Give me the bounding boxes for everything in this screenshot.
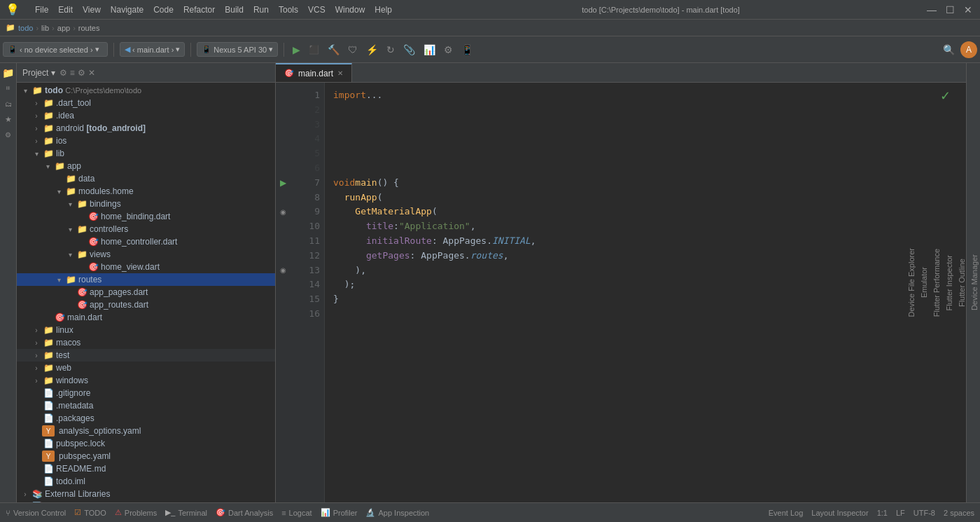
tree-item-web[interactable]: › 📁 web [17, 362, 275, 374]
status-event-log[interactable]: Event Log [769, 509, 804, 517]
menu-help[interactable]: Help [370, 4, 396, 16]
status-cursor-pos[interactable]: 1:1 [877, 509, 888, 517]
tree-item-controllers[interactable]: ▾ 📁 controllers [17, 223, 275, 235]
menu-code[interactable]: Code [149, 4, 178, 16]
project-settings-icon[interactable]: ⚙ [78, 68, 85, 78]
tree-item-scratches[interactable]: › 📝 [17, 500, 275, 502]
tree-item-data[interactable]: 📁 data [17, 172, 275, 185]
project-collapse-icon[interactable]: ≡ [70, 68, 75, 78]
device-mgr-btn[interactable]: 📱 [458, 41, 476, 58]
tree-item-app[interactable]: ▾ 📁 app [17, 160, 275, 172]
tree-item-gitignore[interactable]: 📄 .gitignore [17, 387, 275, 399]
status-encoding[interactable]: UTF-8 [913, 509, 935, 517]
status-line-ending[interactable]: LF [896, 509, 905, 517]
tree-item-bindings[interactable]: ▾ 📁 bindings [17, 198, 275, 210]
tree-item-idea[interactable]: › 📁 .idea [17, 109, 275, 122]
tree-item-linux[interactable]: › 📁 linux [17, 324, 275, 336]
right-tab-device-manager[interactable]: Device Manager [969, 249, 980, 316]
tree-item-analysis-options[interactable]: Y analysis_options.yaml [17, 425, 275, 437]
right-tab-flutter-performance[interactable]: Flutter Performance [931, 243, 942, 322]
sidebar-project-icon[interactable]: 📁 [1, 66, 15, 80]
more-tools[interactable]: ⚙ [441, 41, 456, 58]
sidebar-build-variants[interactable]: ⚙ [1, 128, 15, 142]
status-profiler[interactable]: 📊 Profiler [321, 508, 358, 517]
sidebar-structure[interactable]: 🗂 [1, 97, 15, 111]
menu-edit[interactable]: Edit [54, 4, 77, 16]
tree-item-ios[interactable]: › 📁 ios [17, 135, 275, 147]
breadcrumb-routes[interactable]: routes [78, 24, 100, 32]
tree-item-views[interactable]: ▾ 📁 views [17, 248, 275, 261]
sidebar-resource-manager[interactable]: ≡ [1, 81, 15, 95]
sync-button[interactable]: ↻ [384, 41, 398, 58]
menu-navigate[interactable]: Navigate [106, 4, 148, 16]
code-editor[interactable]: import ... void main() { runApp( GetMate… [325, 83, 966, 502]
menu-build[interactable]: Build [220, 4, 248, 16]
minimize-button[interactable]: — [925, 4, 938, 15]
tree-item-metadata[interactable]: 📄 .metadata [17, 399, 275, 412]
tree-item-app-routes[interactable]: 🎯 app_routes.dart [17, 298, 275, 311]
status-indent[interactable]: 2 spaces [944, 509, 974, 517]
tree-item-ext-libs[interactable]: › 📚 External Libraries [17, 488, 275, 500]
project-dropdown-icon[interactable]: Project ▾ [22, 68, 55, 78]
tree-item-readme[interactable]: 📄 README.md [17, 462, 275, 475]
menu-file[interactable]: File [31, 4, 52, 16]
tree-item-macos[interactable]: › 📁 macos [17, 336, 275, 349]
tree-item-app-pages[interactable]: 🎯 app_pages.dart [17, 286, 275, 298]
profile-button[interactable]: 📊 [421, 41, 438, 58]
status-problems[interactable]: ⚠ Problems [115, 508, 157, 517]
menu-refactor[interactable]: Refactor [179, 4, 219, 16]
breadcrumb-lib[interactable]: lib [41, 24, 49, 32]
menu-run[interactable]: Run [249, 4, 273, 16]
run-config-selector[interactable]: ◀ ‹ main.dart › ▾ [120, 42, 185, 57]
coverage-button[interactable]: 🛡 [345, 41, 360, 58]
tree-item-home-controller[interactable]: 🎯 home_controller.dart [17, 235, 275, 248]
status-dart-analysis[interactable]: 🎯 Dart Analysis [216, 508, 273, 517]
search-button[interactable]: 🔍 [940, 41, 958, 58]
sidebar-favorites[interactable]: ★ [1, 112, 15, 126]
tree-item-todo[interactable]: ▾ 📁 todo C:\Projects\demo\todo [17, 84, 275, 97]
right-tab-flutter-inspector[interactable]: Flutter Inspector [944, 249, 955, 316]
tree-item-windows[interactable]: › 📁 windows [17, 374, 275, 387]
fold-marker-9[interactable]: ◉ [276, 205, 290, 219]
fold-marker-13[interactable]: ◉ [276, 263, 290, 278]
emulator-selector[interactable]: 📱 Nexus 5 API 30 ▾ [197, 42, 278, 57]
tree-item-dart-tool[interactable]: › 📁 .dart_tool [17, 97, 275, 109]
device-selector[interactable]: 📱 ‹ no device selected › ▾ [3, 42, 108, 57]
menu-window[interactable]: Window [331, 4, 370, 16]
breadcrumb-app[interactable]: app [57, 24, 70, 32]
project-gear-icon[interactable]: ⚙ [59, 68, 67, 78]
tree-item-android[interactable]: › 📁 android [todo_android] [17, 122, 275, 135]
status-logcat[interactable]: ≡ Logcat [281, 509, 312, 517]
tree-item-main-dart[interactable]: 🎯 main.dart [17, 311, 275, 324]
tree-item-pubspec-yaml[interactable]: Y pubspec.yaml [17, 450, 275, 462]
build-button[interactable]: 🔨 [325, 41, 342, 58]
tree-item-routes[interactable]: ▾ 📁 routes [17, 273, 275, 286]
menu-tools[interactable]: Tools [274, 4, 302, 16]
tree-item-modules-home[interactable]: ▾ 📁 modules.home [17, 185, 275, 198]
status-layout-inspector[interactable]: Layout Inspector [811, 509, 868, 517]
project-hide-icon[interactable]: ✕ [88, 68, 95, 78]
run-button[interactable]: ▶ [290, 41, 303, 58]
tree-item-todo-iml[interactable]: 📄 todo.iml [17, 475, 275, 488]
attach-button[interactable]: 📎 [400, 41, 418, 58]
right-tab-emulator[interactable]: Emulator [918, 261, 930, 303]
close-button[interactable]: ✕ [962, 4, 974, 15]
tab-main-dart[interactable]: 🎯 main.dart ✕ [276, 63, 352, 82]
status-todo[interactable]: ☑ TODO [74, 508, 106, 517]
tree-item-home-binding[interactable]: 🎯 home_binding.dart [17, 210, 275, 223]
run-marker-line7[interactable]: ▶ [276, 176, 290, 191]
tree-item-lib[interactable]: ▾ 📁 lib [17, 147, 275, 160]
tab-close-button[interactable]: ✕ [337, 69, 343, 77]
breadcrumb-todo[interactable]: todo [18, 24, 33, 32]
right-tab-device-file-explorer[interactable]: Device File Explorer [906, 242, 917, 322]
maximize-button[interactable]: ☐ [944, 4, 956, 15]
tree-item-test[interactable]: › 📁 test [17, 349, 275, 362]
status-terminal[interactable]: ▶_ Terminal [165, 508, 207, 517]
status-version-control[interactable]: ⑂ Version Control [6, 509, 66, 517]
menu-view[interactable]: View [78, 4, 105, 16]
tree-item-pubspec-lock[interactable]: 📄 pubspec.lock [17, 437, 275, 450]
menu-vcs[interactable]: VCS [304, 4, 330, 16]
tree-item-home-view[interactable]: 🎯 home_view.dart [17, 261, 275, 273]
status-app-inspection[interactable]: 🔬 App Inspection [365, 508, 429, 517]
stop-button[interactable]: ⬛ [306, 42, 322, 57]
